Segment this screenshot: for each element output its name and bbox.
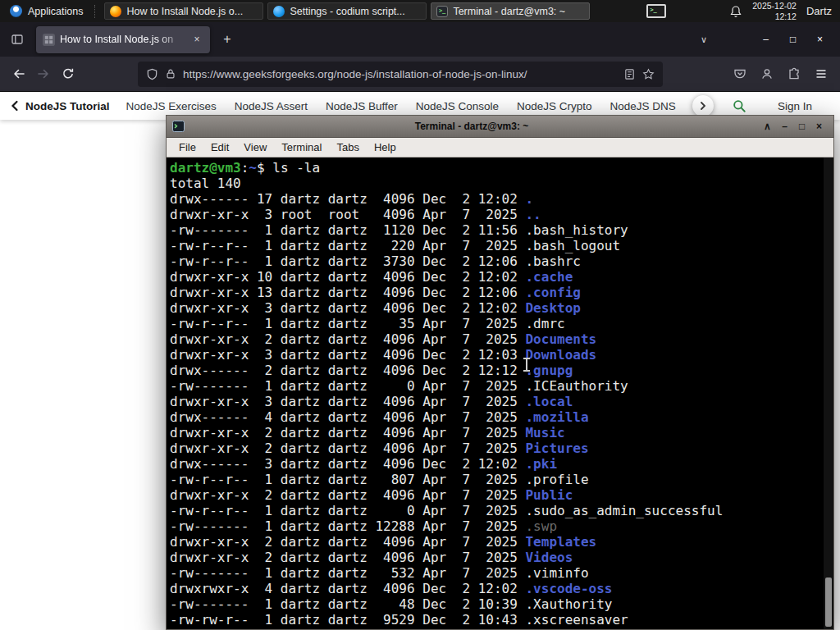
tab-close-icon[interactable]: ×: [190, 33, 203, 46]
listing-name: .vscode-oss: [525, 581, 612, 596]
refresh-button[interactable]: [56, 62, 80, 86]
url-bar[interactable]: https://www.geeksforgeeks.org/node-js/in…: [138, 62, 663, 87]
new-tab-button[interactable]: +: [217, 29, 238, 50]
sign-in-button[interactable]: Sign In: [778, 100, 812, 112]
listing-meta: drwx------ 2 dartz dartz 4096 Dec 2 12:1…: [170, 363, 525, 378]
terminal-listing-line: -rw-r--r-- 1 dartz dartz 220 Apr 7 2025 …: [170, 238, 822, 253]
listing-name: .dmrc: [525, 316, 564, 331]
terminal-listing-line: drwx------ 2 dartz dartz 4096 Dec 2 12:1…: [170, 363, 822, 378]
taskbar-window-codium[interactable]: Settings - codium script...: [267, 2, 427, 20]
listing-meta: drwxr-xr-x 2 dartz dartz 4096 Apr 7 2025: [170, 534, 525, 550]
listing-name: Downloads: [525, 347, 596, 363]
listing-meta: drwxr-xr-x 3 root root 4096 Apr 7 2025: [170, 207, 525, 222]
taskbar-window-firefox[interactable]: How to Install Node.js o...: [104, 2, 263, 20]
forward-button[interactable]: [31, 62, 56, 86]
site-nav-home[interactable]: NodeJS Tutorial: [10, 100, 110, 112]
listing-name: ..: [525, 207, 541, 222]
listing-meta: -rw------- 1 dartz dartz 0 Apr 7 2025: [170, 378, 525, 394]
url-text[interactable]: https://www.geeksforgeeks.org/node-js/in…: [183, 68, 617, 80]
listing-name: Templates: [525, 534, 596, 550]
account-icon[interactable]: [755, 62, 779, 86]
terminal-title: Terminal - dartz@vm3: ~: [190, 121, 753, 132]
terminal-prompt-line: dartz@vm3:~$ ls -la: [170, 160, 822, 176]
prompt-colon: :: [241, 160, 249, 176]
terminal-minimize-button[interactable]: –: [776, 118, 793, 135]
terminal-maximize-button[interactable]: □: [793, 118, 810, 135]
terminal-title-bar[interactable]: Terminal - dartz@vm3: ~ ∧ – □ ×: [167, 116, 833, 138]
listing-meta: drwx------ 4 dartz dartz 4096 Apr 7 2025: [170, 409, 525, 425]
terminal-menu-tabs[interactable]: Tabs: [329, 141, 366, 153]
bookmark-star-icon[interactable]: [642, 68, 655, 80]
browser-tab[interactable]: How to Install Node.js on ×: [36, 26, 210, 53]
firefox-icon: [110, 6, 121, 17]
terminal-listing-line: drwxr-xr-x 13 dartz dartz 4096 Dec 2 12:…: [170, 285, 822, 300]
codium-icon: [273, 6, 285, 17]
back-button[interactable]: [7, 62, 31, 86]
terminal-close-button[interactable]: ×: [810, 118, 828, 135]
browser-maximize-button[interactable]: □: [779, 27, 806, 52]
listing-name: Music: [525, 425, 564, 441]
listing-name: .ICEauthority: [525, 378, 628, 394]
browser-close-button[interactable]: ×: [806, 27, 833, 52]
terminal-listing-line: -rw------- 1 dartz dartz 48 Dec 2 10:39 …: [170, 596, 822, 612]
terminal-menu-help[interactable]: Help: [367, 141, 404, 153]
terminal-listing-line: drwxr-xr-x 2 dartz dartz 4096 Apr 7 2025…: [170, 534, 822, 550]
listing-name: .swp: [525, 518, 557, 534]
terminal-listing-line: drwxr-xr-x 10 dartz dartz 4096 Dec 2 12:…: [170, 269, 822, 285]
lock-icon[interactable]: [165, 68, 176, 80]
site-nav-scroll-right-button[interactable]: [692, 95, 714, 116]
terminal-menu-terminal[interactable]: Terminal: [274, 141, 329, 153]
site-nav-link[interactable]: NodeJS Console: [416, 100, 499, 112]
terminal-menu-edit[interactable]: Edit: [203, 141, 236, 153]
terminal-listing-line: -rw-r--r-- 1 dartz dartz 807 Apr 7 2025 …: [170, 472, 822, 487]
terminal-menu-view[interactable]: View: [236, 141, 274, 153]
listing-meta: -rw------- 1 dartz dartz 12288 Apr 7 202…: [170, 518, 525, 534]
terminal-output[interactable]: dartz@vm3:~$ ls -la total 140 drwx------…: [167, 158, 833, 629]
listing-meta: -rw------- 1 dartz dartz 1120 Dec 2 11:5…: [170, 222, 525, 238]
listing-name: Desktop: [525, 300, 580, 316]
taskbar-user-label[interactable]: Dartz: [806, 5, 832, 17]
listing-meta: drwxr-xr-x 2 dartz dartz 4096 Apr 7 2025: [170, 487, 525, 503]
terminal-shade-button[interactable]: ∧: [759, 118, 776, 135]
site-nav-home-label: NodeJS Tutorial: [25, 100, 110, 112]
terminal-listing-line: -rw------- 1 dartz dartz 532 Apr 7 2025 …: [170, 565, 822, 581]
prompt-command: $ ls -la: [257, 160, 320, 176]
firefox-view-button[interactable]: [7, 29, 28, 50]
site-nav-links: NodeJS ExercisesNodeJS AssertNodeJS Buff…: [126, 100, 689, 112]
pocket-icon[interactable]: [728, 62, 752, 86]
mouse-cursor: [523, 358, 531, 372]
tab-list-chevron-icon[interactable]: ∨: [693, 29, 714, 50]
site-nav-link[interactable]: NodeJS DNS: [610, 100, 676, 112]
listing-name: .local: [525, 394, 573, 409]
browser-minimize-button[interactable]: –: [752, 27, 779, 52]
search-icon[interactable]: [730, 97, 748, 115]
taskbar: Applications How to Install Node.js o...…: [0, 0, 840, 22]
tracking-shield-icon[interactable]: [146, 68, 158, 80]
site-nav-link[interactable]: NodeJS Crypto: [517, 100, 592, 112]
taskbar-window-terminal[interactable]: Terminal - dartz@vm3: ~: [431, 2, 590, 20]
reader-view-icon[interactable]: [623, 68, 636, 80]
notification-bell-icon[interactable]: [729, 5, 742, 18]
site-nav-link[interactable]: NodeJS Assert: [235, 100, 308, 112]
menu-hamburger-icon[interactable]: [809, 62, 833, 86]
terminal-listing-line: -rw-r--r-- 1 dartz dartz 3730 Dec 2 12:0…: [170, 253, 822, 269]
tab-strip-right: ∨ – □ ×: [693, 27, 833, 52]
taskbar-clock[interactable]: 2025-12-02 12:12: [752, 1, 797, 21]
listing-name: Pictures: [525, 441, 588, 456]
listing-name: .config: [525, 285, 580, 300]
terminal-menu-file[interactable]: File: [171, 141, 203, 153]
site-nav-link[interactable]: NodeJS Buffer: [326, 100, 398, 112]
terminal-scrollbar[interactable]: [824, 158, 833, 629]
taskbar-separator: [94, 5, 96, 18]
listing-name: .xscreensaver: [525, 612, 628, 628]
tray-terminal-button[interactable]: [644, 2, 669, 21]
listing-meta: -rw------- 1 dartz dartz 48 Dec 2 10:39: [170, 596, 525, 612]
terminal-listing-line: drwxr-xr-x 3 dartz dartz 4096 Dec 2 12:0…: [170, 347, 822, 363]
browser-window-controls: – □ ×: [752, 27, 833, 52]
extensions-icon[interactable]: [782, 62, 806, 86]
tray-terminal-icon: [646, 4, 666, 18]
applications-menu-button[interactable]: Applications: [7, 0, 86, 22]
terminal-scrollbar-thumb[interactable]: [825, 578, 832, 627]
site-nav-link[interactable]: NodeJS Exercises: [126, 100, 217, 112]
terminal-listing-line: drwxr-xr-x 2 dartz dartz 4096 Apr 7 2025…: [170, 331, 822, 347]
